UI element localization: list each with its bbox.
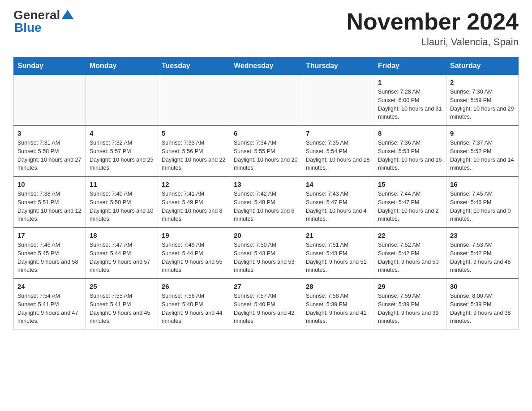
calendar-day-header: Wednesday <box>230 57 302 75</box>
calendar-week-row: 10Sunrise: 7:38 AM Sunset: 5:51 PM Dayli… <box>14 176 519 227</box>
calendar-day-cell: 20Sunrise: 7:50 AM Sunset: 5:43 PM Dayli… <box>230 227 302 278</box>
calendar-week-row: 1Sunrise: 7:28 AM Sunset: 6:00 PM Daylig… <box>14 75 519 126</box>
logo-blue-text: Blue <box>14 21 42 34</box>
day-info: Sunrise: 7:41 AM Sunset: 5:49 PM Dayligh… <box>162 190 226 223</box>
day-number: 25 <box>90 283 154 290</box>
calendar-day-cell <box>158 75 230 126</box>
calendar-day-cell: 1Sunrise: 7:28 AM Sunset: 6:00 PM Daylig… <box>374 75 446 126</box>
day-number: 29 <box>378 283 442 290</box>
day-number: 14 <box>306 180 370 188</box>
calendar-day-cell: 15Sunrise: 7:44 AM Sunset: 5:47 PM Dayli… <box>374 176 446 227</box>
day-info: Sunrise: 7:45 AM Sunset: 5:46 PM Dayligh… <box>450 190 515 223</box>
day-number: 6 <box>234 129 298 137</box>
day-info: Sunrise: 7:33 AM Sunset: 5:56 PM Dayligh… <box>162 139 226 172</box>
calendar-day-header: Sunday <box>14 57 86 75</box>
day-number: 9 <box>450 129 515 137</box>
day-info: Sunrise: 7:49 AM Sunset: 5:44 PM Dayligh… <box>162 241 226 274</box>
day-info: Sunrise: 7:40 AM Sunset: 5:50 PM Dayligh… <box>90 190 154 223</box>
calendar-day-cell: 5Sunrise: 7:33 AM Sunset: 5:56 PM Daylig… <box>158 125 230 176</box>
calendar-day-cell <box>302 75 374 126</box>
logo-triangle-icon2 <box>68 10 73 19</box>
calendar-day-cell: 6Sunrise: 7:34 AM Sunset: 5:55 PM Daylig… <box>230 125 302 176</box>
calendar-day-cell: 7Sunrise: 7:35 AM Sunset: 5:54 PM Daylig… <box>302 125 374 176</box>
logo: General Blue <box>13 9 73 34</box>
day-info: Sunrise: 7:54 AM Sunset: 5:41 PM Dayligh… <box>17 292 82 325</box>
day-info: Sunrise: 7:50 AM Sunset: 5:43 PM Dayligh… <box>234 241 298 274</box>
calendar-week-row: 3Sunrise: 7:31 AM Sunset: 5:58 PM Daylig… <box>14 125 519 176</box>
day-info: Sunrise: 7:38 AM Sunset: 5:51 PM Dayligh… <box>17 190 82 223</box>
calendar-day-cell: 22Sunrise: 7:52 AM Sunset: 5:42 PM Dayli… <box>374 227 446 278</box>
calendar-day-cell: 26Sunrise: 7:56 AM Sunset: 5:40 PM Dayli… <box>158 278 230 330</box>
day-info: Sunrise: 8:00 AM Sunset: 5:39 PM Dayligh… <box>450 292 515 325</box>
day-number: 5 <box>162 129 226 137</box>
day-number: 18 <box>90 231 154 239</box>
calendar-day-cell: 27Sunrise: 7:57 AM Sunset: 5:40 PM Dayli… <box>230 278 302 330</box>
calendar-day-cell: 25Sunrise: 7:55 AM Sunset: 5:41 PM Dayli… <box>86 278 158 330</box>
calendar-day-cell: 19Sunrise: 7:49 AM Sunset: 5:44 PM Dayli… <box>158 227 230 278</box>
day-number: 22 <box>378 231 442 239</box>
calendar-day-cell: 3Sunrise: 7:31 AM Sunset: 5:58 PM Daylig… <box>14 125 86 176</box>
calendar-week-row: 17Sunrise: 7:46 AM Sunset: 5:45 PM Dayli… <box>14 227 519 278</box>
calendar-day-cell: 29Sunrise: 7:59 AM Sunset: 5:39 PM Dayli… <box>374 278 446 330</box>
day-number: 24 <box>17 283 82 290</box>
day-number: 3 <box>17 129 82 137</box>
logo-general-text: General <box>13 9 60 21</box>
day-number: 17 <box>17 231 82 239</box>
day-info: Sunrise: 7:58 AM Sunset: 5:39 PM Dayligh… <box>306 292 370 325</box>
day-info: Sunrise: 7:42 AM Sunset: 5:48 PM Dayligh… <box>234 190 298 223</box>
calendar-day-cell: 9Sunrise: 7:37 AM Sunset: 5:52 PM Daylig… <box>446 125 519 176</box>
day-number: 12 <box>162 180 226 188</box>
calendar-day-header: Tuesday <box>158 57 230 75</box>
day-info: Sunrise: 7:55 AM Sunset: 5:41 PM Dayligh… <box>90 292 154 325</box>
calendar-day-cell: 21Sunrise: 7:51 AM Sunset: 5:43 PM Dayli… <box>302 227 374 278</box>
day-info: Sunrise: 7:30 AM Sunset: 5:59 PM Dayligh… <box>450 88 515 121</box>
day-number: 2 <box>450 78 515 86</box>
calendar-day-cell: 16Sunrise: 7:45 AM Sunset: 5:46 PM Dayli… <box>446 176 519 227</box>
day-number: 15 <box>378 180 442 188</box>
calendar-day-cell: 30Sunrise: 8:00 AM Sunset: 5:39 PM Dayli… <box>446 278 519 330</box>
day-info: Sunrise: 7:59 AM Sunset: 5:39 PM Dayligh… <box>378 292 442 325</box>
calendar-day-cell: 23Sunrise: 7:53 AM Sunset: 5:42 PM Dayli… <box>446 227 519 278</box>
day-number: 27 <box>234 283 298 290</box>
calendar-day-cell <box>14 75 86 126</box>
calendar-day-cell: 28Sunrise: 7:58 AM Sunset: 5:39 PM Dayli… <box>302 278 374 330</box>
calendar-day-header: Friday <box>374 57 446 75</box>
day-info: Sunrise: 7:51 AM Sunset: 5:43 PM Dayligh… <box>306 241 370 274</box>
day-info: Sunrise: 7:53 AM Sunset: 5:42 PM Dayligh… <box>450 241 515 274</box>
day-info: Sunrise: 7:44 AM Sunset: 5:47 PM Dayligh… <box>378 190 442 223</box>
day-info: Sunrise: 7:57 AM Sunset: 5:40 PM Dayligh… <box>234 292 298 325</box>
calendar-day-cell: 13Sunrise: 7:42 AM Sunset: 5:48 PM Dayli… <box>230 176 302 227</box>
calendar-day-cell: 10Sunrise: 7:38 AM Sunset: 5:51 PM Dayli… <box>14 176 86 227</box>
calendar-day-cell: 2Sunrise: 7:30 AM Sunset: 5:59 PM Daylig… <box>446 75 519 126</box>
day-number: 28 <box>306 283 370 290</box>
day-info: Sunrise: 7:32 AM Sunset: 5:57 PM Dayligh… <box>90 139 154 172</box>
day-info: Sunrise: 7:56 AM Sunset: 5:40 PM Dayligh… <box>162 292 226 325</box>
day-info: Sunrise: 7:36 AM Sunset: 5:53 PM Dayligh… <box>378 139 442 172</box>
day-info: Sunrise: 7:46 AM Sunset: 5:45 PM Dayligh… <box>17 241 82 274</box>
calendar-day-cell <box>86 75 158 126</box>
day-number: 11 <box>90 180 154 188</box>
day-number: 4 <box>90 129 154 137</box>
main-title: November 2024 <box>347 9 519 34</box>
subtitle: Llauri, Valencia, Spain <box>347 36 519 48</box>
calendar-day-cell: 17Sunrise: 7:46 AM Sunset: 5:45 PM Dayli… <box>14 227 86 278</box>
day-info: Sunrise: 7:52 AM Sunset: 5:42 PM Dayligh… <box>378 241 442 274</box>
day-info: Sunrise: 7:43 AM Sunset: 5:47 PM Dayligh… <box>306 190 370 223</box>
calendar-day-cell <box>230 75 302 126</box>
day-number: 20 <box>234 231 298 239</box>
calendar-day-cell: 11Sunrise: 7:40 AM Sunset: 5:50 PM Dayli… <box>86 176 158 227</box>
day-info: Sunrise: 7:34 AM Sunset: 5:55 PM Dayligh… <box>234 139 298 172</box>
title-block: November 2024 Llauri, Valencia, Spain <box>347 9 519 48</box>
calendar-week-row: 24Sunrise: 7:54 AM Sunset: 5:41 PM Dayli… <box>14 278 519 330</box>
day-number: 8 <box>378 129 442 137</box>
calendar-day-cell: 12Sunrise: 7:41 AM Sunset: 5:49 PM Dayli… <box>158 176 230 227</box>
day-info: Sunrise: 7:31 AM Sunset: 5:58 PM Dayligh… <box>17 139 82 172</box>
calendar-day-cell: 18Sunrise: 7:47 AM Sunset: 5:44 PM Dayli… <box>86 227 158 278</box>
day-number: 7 <box>306 129 370 137</box>
day-number: 19 <box>162 231 226 239</box>
day-number: 10 <box>17 180 82 188</box>
calendar-day-header: Thursday <box>302 57 374 75</box>
page-header: General Blue November 2024 Llauri, Valen… <box>13 9 519 48</box>
calendar-day-cell: 8Sunrise: 7:36 AM Sunset: 5:53 PM Daylig… <box>374 125 446 176</box>
day-number: 23 <box>450 231 515 239</box>
